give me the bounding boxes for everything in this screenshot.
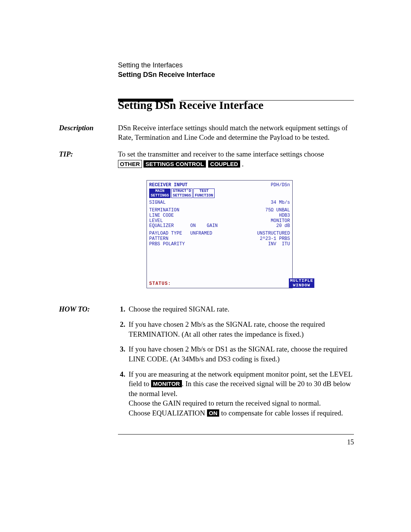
instrument-screen: RECEIVER INPUT PDH/DSn MAIN SETTINGS STR… <box>147 180 293 288</box>
k: LINE CODE <box>149 213 174 219</box>
on-key: ON <box>207 409 220 417</box>
section-name: Setting DSn Receive Interface <box>118 70 354 79</box>
multiple-window-badge: MULTIPLE WINDOW <box>289 278 314 288</box>
row-level: LEVELMONITOR <box>149 219 290 224</box>
step-3: If you have chosen 2 Mb/s or DS1 as the … <box>127 344 354 364</box>
screen-mode: PDH/DSn <box>271 183 290 188</box>
coupled-key: COUPLED <box>208 160 240 168</box>
v: HDB3 <box>279 213 290 219</box>
running-header: Setting the Interfaces Setting DSn Recei… <box>118 61 354 80</box>
howto-row: HOW TO: Choose the required SIGNAL rate.… <box>59 304 354 423</box>
v: INV ITU <box>268 242 290 247</box>
step4-c: Choose the GAIN required to return the r… <box>129 399 321 407</box>
row-signal: SIGNAL34 Mb/s <box>149 200 290 206</box>
row-payload: PAYLOAD TYPE UNFRAMEDUNSTRUCTURED <box>149 231 290 236</box>
screen-status: STATUS: <box>149 281 290 287</box>
row-equalizer: EQUALIZER ON GAIN20 dB <box>149 224 290 229</box>
row-linecode: LINE CODEHDB3 <box>149 213 290 219</box>
monitor-key: MONITOR <box>151 380 182 387</box>
tip-lead-text: To set the transmitter and receiver to t… <box>118 150 324 158</box>
description-text: DSn Receive interface settings should ma… <box>118 123 354 142</box>
footer-rule <box>118 434 354 435</box>
page-number: 15 <box>59 438 354 446</box>
k: TERMINATION <box>149 208 179 213</box>
tip-row: TIP: To set the transmitter and receiver… <box>59 149 354 169</box>
settings-control-key: SETTINGS CONTROL <box>143 160 206 168</box>
tab-test-function: TEST FUNCTION <box>193 189 215 198</box>
step-4: If you are measuring at the network equi… <box>127 369 354 418</box>
howto-steps: Choose the required SIGNAL rate. If you … <box>118 304 354 418</box>
howto-body: Choose the required SIGNAL rate. If you … <box>118 304 354 423</box>
k: PRBS POLARITY <box>149 242 185 247</box>
row-termination: TERMINATION75Ω UNBAL <box>149 208 290 213</box>
k: EQUALIZER ON GAIN <box>149 224 218 229</box>
k: SIGNAL <box>149 200 166 206</box>
k: PATTERN <box>149 236 168 242</box>
k: PAYLOAD TYPE UNFRAMED <box>149 231 212 236</box>
v: 75Ω UNBAL <box>265 208 290 213</box>
v: 20 dB <box>276 224 290 229</box>
row-pattern: PATTERN2^23-1 PRBS <box>149 236 290 242</box>
description-label: Description <box>59 123 118 142</box>
v: MONITOR <box>271 219 290 224</box>
v: UNSTRUCTURED <box>257 231 290 236</box>
v: 2^23-1 PRBS <box>260 236 290 242</box>
document-page: Setting the Interfaces Setting DSn Recei… <box>0 0 411 532</box>
other-key: OTHER <box>118 160 142 168</box>
screen-tabs: MAIN SETTINGS STRUCT'D SETTINGS TEST FUN… <box>149 189 290 198</box>
tip-body: To set the transmitter and receiver to t… <box>118 149 354 169</box>
description-row: Description DSn Receive interface settin… <box>59 123 354 142</box>
step4-d-post: to compensate for cable losses if requir… <box>219 409 343 417</box>
step-2: If you have chosen 2 Mb/s as the SIGNAL … <box>127 320 354 339</box>
tab-structd-settings: STRUCT'D SETTINGS <box>171 189 193 198</box>
howto-label: HOW TO: <box>59 304 118 423</box>
v: 34 Mb/s <box>271 200 290 206</box>
chapter-name: Setting the Interfaces <box>118 61 354 70</box>
k: LEVEL <box>149 219 163 224</box>
tip-label: TIP: <box>59 149 118 169</box>
screen-title: RECEIVER INPUT <box>149 183 188 188</box>
tab-main-settings: MAIN SETTINGS <box>149 189 170 198</box>
tip-period: . <box>240 160 244 168</box>
step4-d-pre: Choose EQUALIZATION <box>129 409 207 417</box>
row-polarity: PRBS POLARITYINV ITU <box>149 242 290 247</box>
step-1: Choose the required SIGNAL rate. <box>127 304 354 314</box>
